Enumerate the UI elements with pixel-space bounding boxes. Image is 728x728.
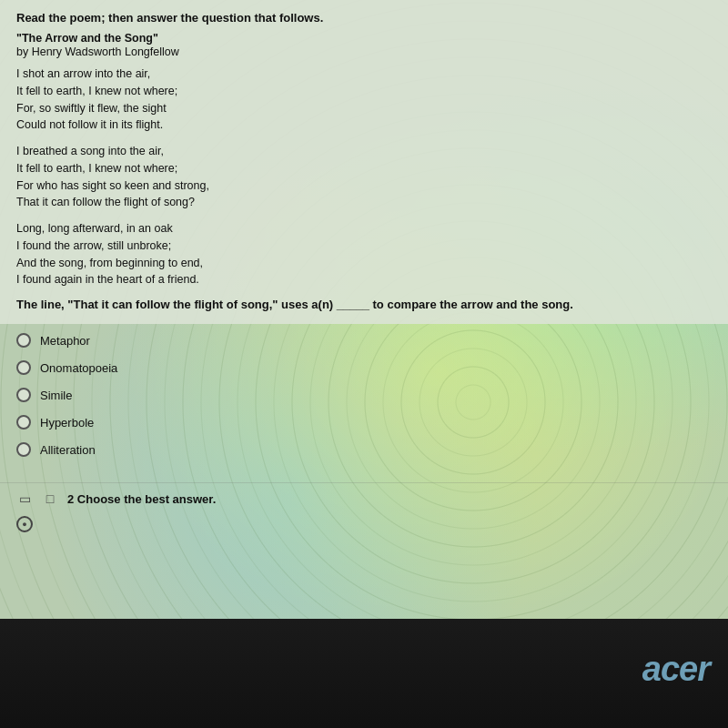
acer-logo: acer (642, 650, 710, 689)
poem-line: I found the arrow, still unbroke; (16, 238, 712, 255)
content-area: Read the poem; then answer the question … (0, 0, 728, 324)
radio-alliteration[interactable] (16, 442, 31, 457)
poem-line: I breathed a song into the air, (16, 143, 712, 160)
poem-line: Could not follow it in its flight. (16, 116, 712, 134)
poem-line: For who has sight so keen and strong, (16, 177, 712, 195)
choice-label-hyperbole: Hyperbole (40, 416, 94, 430)
choice-metaphor[interactable]: Metaphor (16, 333, 712, 348)
choose-best-label: Choose the best answer. (77, 492, 216, 506)
choice-simile[interactable]: Simile (16, 388, 712, 402)
flag-icon[interactable]: □ (42, 490, 58, 507)
poem-line: That it can follow the flight of song? (16, 194, 712, 211)
question-number-label: 2 Choose the best answer. (67, 492, 216, 506)
poem-line: I shot an arrow into the air, (16, 66, 712, 83)
poem-stanza-2: I breathed a song into the air, It fell … (16, 143, 712, 211)
clock-icon[interactable]: ● (16, 516, 33, 532)
poem-stanza-1: I shot an arrow into the air, It fell to… (16, 66, 712, 134)
bookmark-icon[interactable]: ▭ (16, 490, 33, 507)
choice-alliteration[interactable]: Alliteration (16, 442, 712, 457)
screen: Read the poem; then answer the question … (0, 0, 728, 619)
poem-line: It fell to earth, I knew not where; (16, 160, 712, 177)
monitor-bottom: acer (0, 619, 728, 728)
radio-simile[interactable] (16, 388, 31, 402)
choice-hyperbole[interactable]: Hyperbole (16, 415, 712, 430)
radio-onomatopoeia[interactable] (16, 360, 31, 375)
question-number: 2 (67, 492, 74, 506)
choice-onomatopoeia[interactable]: Onomatopoeia (16, 360, 712, 375)
poem-line: I found again in the heart of a friend. (16, 271, 712, 288)
radio-hyperbole[interactable] (16, 415, 31, 430)
poem-line: Long, long afterward, in an oak (16, 220, 712, 238)
choice-label-onomatopoeia: Onomatopoeia (40, 361, 117, 375)
choice-label-alliteration: Alliteration (40, 443, 96, 457)
poem-author: by Henry Wadsworth Longfellow (16, 46, 712, 58)
radio-metaphor[interactable] (16, 333, 31, 348)
poem-title: "The Arrow and the Song" (16, 32, 712, 45)
answer-choices: Metaphor Onomatopoeia Simile Hyperbole A… (0, 324, 728, 479)
choice-label-metaphor: Metaphor (40, 334, 90, 348)
instruction-text: Read the poem; then answer the question … (16, 11, 712, 25)
poem-stanza-3: Long, long afterward, in an oak I found … (16, 220, 712, 288)
poem-line: For, so swiftly it flew, the sight (16, 100, 712, 117)
question-text: The line, "That it can follow the flight… (16, 298, 712, 311)
bottom-bar: ▭ □ 2 Choose the best answer. (0, 482, 728, 514)
poem-line: And the song, from beginning to end, (16, 255, 712, 272)
choice-label-simile: Simile (40, 389, 72, 402)
poem-line: It fell to earth, I knew not where; (16, 83, 712, 100)
